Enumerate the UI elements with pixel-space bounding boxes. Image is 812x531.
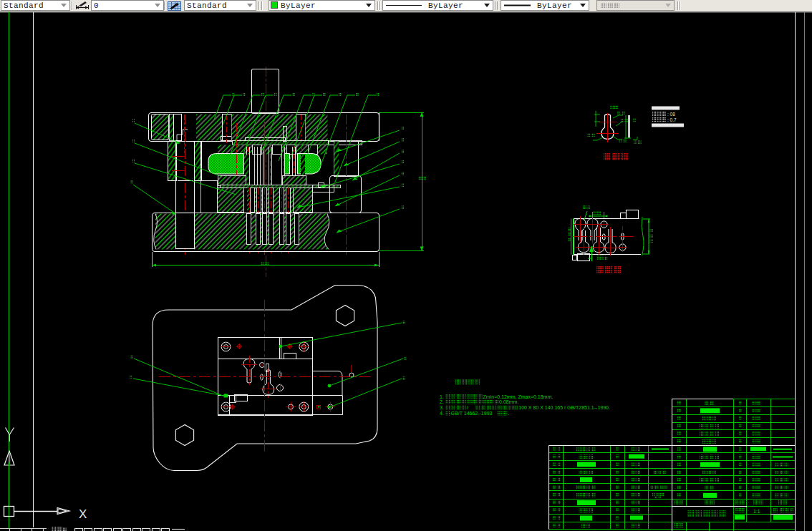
svg-text:.: . [508,411,509,416]
svg-text:0: 0 [94,1,99,10]
svg-text:: 08: : 08 [667,112,675,117]
svg-text:ByLayer: ByLayer [281,1,316,10]
svg-text:100 X 80 X 140 165 I GB/T2851.: 100 X 80 X 140 165 I GB/T2851.1--1990. [518,405,610,410]
svg-text:4.: 4. [440,411,444,416]
svg-text:2.: 2. [440,399,444,404]
svg-text:: 0.7: : 0.7 [667,117,677,122]
svg-text:3.: 3. [440,405,444,410]
svg-text:1.: 1. [440,394,444,399]
svg-text:1:1: 1:1 [753,509,760,514]
svg-text:ByLayer: ByLayer [537,1,572,10]
svg-text:X: X [79,507,87,521]
svg-text:0.08mm.: 0.08mm. [499,399,518,404]
svg-text:GB/T 14662--1993: GB/T 14662--1993 [451,411,493,416]
svg-text:I: I [467,405,468,410]
svg-text:Zmin=0.12mm, Zmax=0.18mm.: Zmin=0.12mm, Zmax=0.18mm. [483,394,554,399]
svg-text:Standard: Standard [4,1,44,10]
svg-text:ByLayer: ByLayer [428,1,463,10]
svg-text:Standard: Standard [187,1,227,10]
